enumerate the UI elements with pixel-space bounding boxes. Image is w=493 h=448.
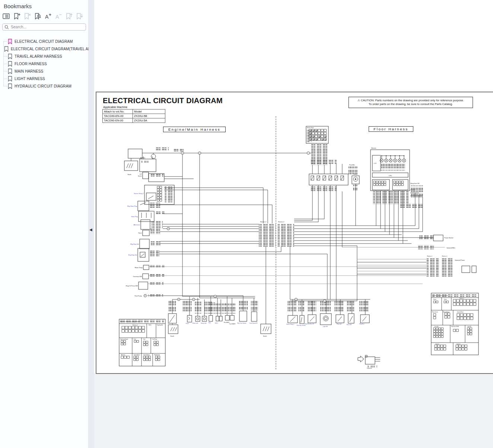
bookmark-item-0[interactable]: ELECTRICAL CIRCUIT DIAGRAM [0, 38, 88, 45]
component-box [139, 282, 148, 289]
bookmark-list-options-icon[interactable] [1, 12, 11, 20]
component-box [138, 248, 149, 261]
bookmark-item-3[interactable]: FLOOR HARNESS [0, 60, 88, 68]
connector-pin [396, 181, 398, 183]
connector-pin [157, 199, 159, 201]
bookmark-item-6[interactable]: HYDRAULIC CIRCUIT DIAGRAM [0, 83, 88, 90]
wire-label-cluster [149, 282, 163, 285]
component-box [230, 315, 234, 320]
connector-pin [470, 333, 472, 335]
connector-pin [441, 336, 443, 337]
bookmark-label: MAIN HARNESS [15, 69, 43, 73]
connector-pin [445, 316, 447, 318]
circle-symbol [197, 318, 199, 320]
diagram-label: Harness-2 [260, 221, 266, 223]
wire-label-cluster [347, 300, 354, 312]
connector-pin [473, 303, 476, 305]
connector-pin [453, 329, 455, 331]
connector-pin [444, 301, 446, 303]
bookmark-icon [8, 69, 12, 74]
bookmarks-toolbar: AA [1, 12, 88, 20]
connector-pin [143, 359, 145, 360]
connector-pin [318, 138, 320, 140]
previous-bookmark-icon [64, 12, 73, 20]
diagram-label: Harness-2 [133, 324, 138, 326]
wire-label-cluster [216, 303, 226, 314]
component-box [431, 293, 478, 355]
connector-pin [433, 301, 435, 303]
diagram-label: Earth [263, 335, 267, 337]
component-box [202, 316, 207, 321]
bookmark-item-5[interactable]: LIGHT HARNESS [0, 75, 88, 83]
wire [350, 316, 353, 322]
earth-symbol [171, 327, 172, 331]
diagram-label: Optional,Power [455, 259, 465, 261]
connector-pin [142, 330, 144, 332]
diagram-label: Timer [138, 232, 142, 234]
connector-pin [155, 356, 157, 358]
bookmark-label: ELECTRICAL CIRCUIT DIAGRAM [15, 39, 73, 44]
wire-label-cluster [225, 303, 236, 314]
connector-pin [376, 181, 378, 183]
diagram-label: Fuel,Pump [135, 295, 142, 297]
circle-symbol [323, 316, 328, 321]
increase-text-size-icon[interactable]: A [43, 12, 53, 20]
component-box [360, 315, 369, 323]
collapse-panel-button[interactable]: ◀ [89, 228, 92, 232]
component-box [239, 311, 247, 321]
connector-pin [465, 345, 467, 347]
connector-pin [324, 129, 326, 131]
earth-symbol [267, 327, 269, 331]
add-bookmark-icon[interactable] [12, 12, 21, 20]
search-icon [4, 24, 9, 31]
search-input[interactable] [2, 23, 86, 31]
connector-pin [158, 359, 160, 360]
bookmark-search [2, 23, 86, 31]
bookmark-icon [4, 46, 9, 52]
diagram-label: Overheat,SW [133, 276, 142, 277]
diagram-label: Wtg;Travel,Speed [237, 323, 246, 324]
fuse-symbol [335, 176, 338, 180]
diagram-label: Wtg;Stop,Sol [130, 243, 139, 245]
wire-label-cluster [373, 191, 408, 204]
connector-pin [464, 314, 466, 316]
locate-bookmark-icon[interactable] [33, 12, 42, 20]
diagram-label: Wiping,Detect,SW [410, 183, 420, 184]
connector-pin [459, 348, 461, 350]
diagram-label: Alternator [134, 224, 140, 226]
component-box [146, 193, 156, 200]
diagram-label: Wtg;Pilot Shut-Off [305, 323, 314, 325]
wire-label-cluster [150, 229, 160, 234]
connector-pin [440, 348, 443, 350]
wire [338, 317, 342, 321]
connector-pin [399, 181, 401, 183]
connector-pin [158, 356, 160, 358]
connector-pin [436, 328, 438, 330]
connector-pin [373, 181, 375, 183]
diagram-label: Boom,Light [193, 323, 198, 324]
diagram-label: + [153, 157, 154, 159]
connector-pin [441, 333, 443, 335]
connector-pin [436, 301, 438, 303]
diagram-label: Eng;Oil Press,SW [126, 285, 138, 287]
bookmark-item-1[interactable]: ELECTRICAL CIRCUIT DIAGRAM(TRAVEL ALARM) [0, 45, 88, 53]
wire-label-cluster [152, 221, 163, 228]
connector-pin [381, 184, 383, 185]
bookmark-item-4[interactable]: MAIN HARNESS [0, 68, 88, 75]
connector-pin [121, 343, 123, 345]
connector-pin [470, 317, 473, 320]
connector-pin [142, 326, 144, 329]
connector-pin [401, 184, 403, 185]
bookmark-item-2[interactable]: TRAVEL ALARM HARNESS [0, 53, 88, 60]
wire-label-cluster [426, 258, 439, 276]
panel-splitter[interactable]: ◀ [89, 0, 94, 448]
connector-pin [312, 132, 314, 134]
connector-pin [460, 317, 463, 320]
diagram-label: Eng;Stop,Mtr. [157, 324, 163, 326]
earth-symbol [261, 324, 271, 334]
component-box [143, 172, 149, 179]
bookmark-icon [8, 39, 12, 44]
connector-pin [443, 348, 446, 350]
connector-pin [384, 181, 386, 183]
circle-symbol [325, 136, 326, 137]
